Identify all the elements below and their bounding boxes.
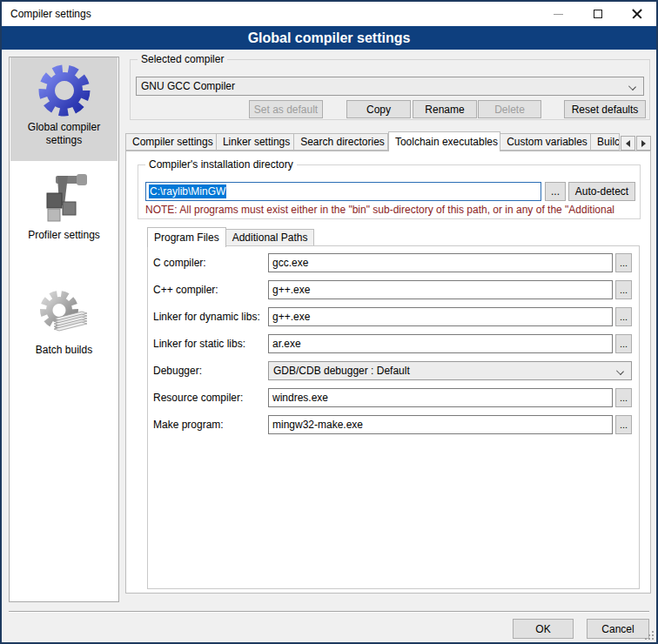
auto-detect-button[interactable]: Auto-detect (568, 182, 635, 201)
tab-custom-variables[interactable]: Custom variables (500, 133, 591, 151)
button-label: OK (535, 623, 550, 635)
static-linker-browse-button[interactable]: ... (615, 334, 632, 353)
subtab-additional-paths[interactable]: Additional Paths (226, 229, 315, 246)
delete-button[interactable]: Delete (478, 100, 541, 118)
copy-button[interactable]: Copy (346, 100, 411, 118)
minimize-button[interactable] (539, 2, 578, 26)
button-label: Set as default (254, 104, 318, 116)
button-label: Reset defaults (572, 104, 639, 116)
toolchain-executables-page: Compiler's installation directory C:\ray… (125, 151, 651, 594)
sidebar-item-label: Global compiler settings (10, 121, 118, 147)
field-label: Linker for dynamic libs: (153, 311, 268, 323)
resize-grip-icon[interactable] (644, 630, 654, 640)
cpp-compiler-input[interactable] (268, 280, 613, 299)
install-dir-browse-button[interactable]: ... (545, 182, 566, 201)
group-label: Selected compiler (138, 53, 227, 66)
compiler-select-value: GNU GCC Compiler (141, 80, 235, 92)
sidebar-item-profiler-settings[interactable]: Profiler settings (10, 165, 118, 252)
dynamic-linker-input[interactable] (268, 307, 613, 326)
field-label: Resource compiler: (153, 392, 268, 404)
page-title: Global compiler settings (2, 26, 656, 50)
tab-build-options-clipped[interactable]: Builc (591, 133, 620, 151)
ellipsis-icon: ... (620, 419, 628, 430)
caliper-icon (37, 171, 92, 226)
main-tabstrip: Compiler settings Linker settings Search… (125, 132, 651, 151)
field-row-dynamic-linker: Linker for dynamic libs: ... (153, 307, 632, 326)
batch-builds-icon (37, 285, 92, 341)
blue-gear-icon (37, 63, 92, 118)
settings-sidebar: Global compiler settings Profiler settin… (9, 57, 119, 602)
reset-defaults-button[interactable]: Reset defaults (564, 100, 646, 118)
close-button[interactable] (617, 2, 656, 26)
group-label: Compiler's installation directory (145, 158, 297, 171)
sidebar-item-batch-builds[interactable]: Batch builds (10, 275, 118, 362)
resource-compiler-browse-button[interactable]: ... (615, 388, 632, 407)
cpp-compiler-browse-button[interactable]: ... (615, 280, 632, 299)
titlebar: Compiler settings (2, 2, 656, 26)
resource-compiler-input[interactable] (268, 388, 613, 407)
minimize-icon (554, 14, 563, 15)
field-row-debugger: Debugger: GDB/CDB debugger : Default (153, 361, 632, 380)
debugger-select-value: GDB/CDB debugger : Default (273, 365, 410, 377)
selected-compiler-group: Selected compiler GNU GCC Compiler Set a… (130, 59, 650, 120)
field-label: Make program: (153, 419, 268, 431)
field-label: C compiler: (153, 257, 268, 269)
ellipsis-icon: ... (620, 339, 628, 349)
field-label: Debugger: (153, 365, 268, 377)
chevron-down-icon (628, 83, 636, 91)
field-row-resource-compiler: Resource compiler: ... (153, 388, 632, 407)
ellipsis-icon: ... (620, 285, 628, 295)
tab-compiler-settings[interactable]: Compiler settings (125, 133, 217, 151)
field-row-make-program: Make program: ... (153, 415, 632, 434)
static-linker-input[interactable] (268, 334, 613, 353)
rename-button[interactable]: Rename (413, 100, 477, 118)
dynamic-linker-browse-button[interactable]: ... (615, 307, 632, 326)
install-dir-selected-text: C:\raylib\MinGW (149, 184, 226, 198)
ellipsis-icon: ... (620, 312, 628, 322)
window-controls (539, 2, 656, 26)
window-title: Compiler settings (2, 8, 91, 20)
sidebar-item-global-compiler-settings[interactable]: Global compiler settings (10, 57, 118, 161)
chevron-down-icon (616, 367, 624, 375)
field-label: Linker for static libs: (153, 338, 268, 350)
c-compiler-input[interactable] (268, 253, 613, 272)
field-label: C++ compiler: (153, 284, 268, 296)
ok-button[interactable]: OK (513, 619, 574, 639)
maximize-button[interactable] (578, 2, 617, 26)
compiler-select[interactable]: GNU GCC Compiler (136, 77, 644, 96)
tab-linker-settings[interactable]: Linker settings (217, 133, 294, 151)
make-program-browse-button[interactable]: ... (615, 415, 632, 434)
ellipsis-icon: ... (620, 258, 628, 268)
button-label: Auto-detect (575, 185, 628, 198)
tab-scroll-right-icon (641, 140, 646, 147)
sidebar-item-label: Batch builds (10, 344, 118, 357)
button-label: Rename (425, 104, 464, 116)
tab-scroll-left-button[interactable] (621, 136, 635, 151)
tab-search-directories[interactable]: Search directories (294, 133, 388, 151)
button-label: Copy (366, 104, 391, 116)
button-label: Delete (494, 104, 525, 116)
program-files-tabstrip: Program Files Additional Paths (147, 227, 314, 246)
make-program-input[interactable] (268, 415, 613, 434)
note-text: NOTE: All programs must exist either in … (145, 204, 636, 216)
maximize-icon (594, 10, 602, 18)
tab-scroll-right-button[interactable] (636, 136, 651, 151)
install-dir-input[interactable]: C:\raylib\MinGW (145, 182, 541, 201)
ellipsis-icon: ... (551, 185, 560, 198)
subtab-program-files[interactable]: Program Files (147, 227, 226, 247)
tab-scroll-buttons (620, 136, 651, 151)
footer-divider (9, 611, 649, 613)
button-label: Cancel (601, 623, 634, 635)
c-compiler-browse-button[interactable]: ... (615, 253, 632, 272)
ellipsis-icon: ... (620, 392, 628, 403)
set-as-default-button[interactable]: Set as default (249, 100, 323, 118)
program-files-page: C compiler: ... C++ compiler: ... Linker… (147, 245, 640, 589)
tab-toolchain-executables[interactable]: Toolchain executables (388, 131, 500, 151)
sidebar-item-label: Profiler settings (10, 229, 118, 242)
installation-directory-group: Compiler's installation directory C:\ray… (138, 164, 641, 219)
field-row-cpp-compiler: C++ compiler: ... (153, 280, 632, 299)
debugger-select[interactable]: GDB/CDB debugger : Default (268, 361, 632, 380)
cancel-button[interactable]: Cancel (587, 619, 649, 639)
field-row-static-linker: Linker for static libs: ... (153, 334, 632, 353)
tab-scroll-left-icon (626, 140, 630, 147)
